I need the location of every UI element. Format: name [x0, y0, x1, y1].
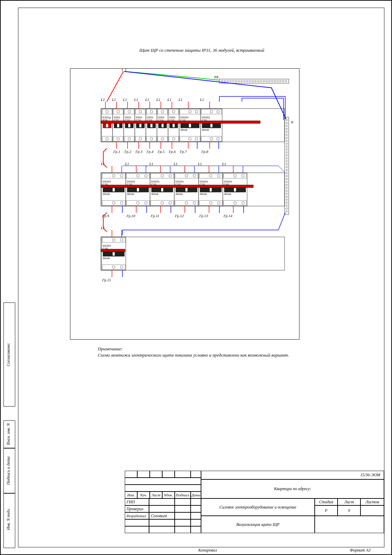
tb-sheet: 9 [338, 505, 360, 516]
side-inv: Инв. N подл. [6, 500, 11, 538]
drawing-sheet: Согласовано: Взам. инв. N Подпись и дата… [0, 0, 392, 555]
footer-fmt: Формат А3 [350, 548, 371, 553]
tb-dev-name: Соловьев [149, 512, 175, 519]
note-body: Схема монтажа электрического щита показа… [98, 352, 289, 358]
note-title: Примечание: [98, 346, 289, 352]
svg-point-21 [277, 80, 279, 82]
svg-text:Гр.2: Гр.2 [124, 150, 131, 154]
svg-point-12 [252, 80, 254, 82]
svg-text:30mA: 30mA [200, 193, 207, 196]
svg-rect-153 [189, 124, 191, 127]
svg-point-47 [286, 181, 288, 183]
svg-text:L1: L1 [198, 162, 202, 166]
svg-text:L1: L1 [167, 97, 172, 102]
svg-point-14 [258, 80, 259, 82]
svg-point-11 [249, 80, 251, 82]
svg-rect-293 [101, 185, 253, 188]
svg-text:L1: L1 [125, 162, 129, 166]
svg-rect-114 [150, 124, 153, 127]
tb-viz: Визуализация щита ЩР [201, 516, 315, 533]
pe-label: PE [214, 75, 219, 79]
svg-rect-183 [101, 121, 260, 123]
svg-point-37 [286, 152, 288, 153]
tb-date: Дата [191, 492, 201, 498]
side-agreed: Согласовано: [6, 334, 11, 375]
svg-point-34 [286, 143, 288, 145]
svg-text:L1: L1 [178, 97, 183, 102]
svg-point-35 [286, 146, 288, 147]
svg-point-38 [286, 155, 288, 156]
svg-point-46 [286, 178, 288, 180]
svg-point-36 [286, 149, 288, 151]
svg-point-10 [246, 80, 248, 82]
svg-point-32 [286, 137, 288, 139]
svg-point-31 [286, 134, 288, 136]
svg-point-17 [266, 80, 268, 82]
svg-point-57 [286, 211, 288, 212]
svg-point-20 [274, 80, 276, 82]
svg-text:30mA: 30mA [180, 128, 188, 131]
svg-rect-243 [185, 188, 188, 191]
footer-copy: Копировал [198, 548, 217, 553]
panel-title: Щит ЩР со степенью защиты IP31, 36 модул… [139, 48, 264, 53]
svg-text:Гр.13: Гр.13 [199, 214, 208, 218]
tb-nuch: Nуч. [137, 492, 150, 498]
svg-text:L1: L1 [149, 162, 154, 166]
svg-rect-207 [137, 188, 139, 191]
svg-rect-313 [101, 249, 125, 252]
svg-rect-225 [161, 188, 163, 191]
svg-text:L1: L1 [173, 162, 178, 166]
svg-text:Гр.12: Гр.12 [175, 214, 184, 218]
svg-text:30mA: 30mA [224, 193, 232, 196]
svg-rect-189 [113, 188, 115, 191]
svg-point-45 [286, 175, 288, 177]
svg-rect-88 [128, 124, 130, 127]
svg-point-27 [286, 122, 288, 124]
svg-point-13 [255, 80, 256, 82]
svg-point-26 [286, 119, 288, 121]
svg-text:L1: L1 [112, 97, 116, 102]
svg-rect-0 [219, 79, 289, 83]
svg-point-24 [285, 80, 287, 82]
electrical-panel: PE N E201g63AL1S201C32L1Гр.1S201C10L1Гр.… [70, 68, 299, 340]
svg-point-28 [286, 125, 288, 127]
svg-point-2 [224, 80, 226, 82]
n-label: N [290, 120, 294, 124]
svg-text:L1: L1 [145, 97, 149, 102]
svg-point-29 [286, 128, 288, 130]
svg-point-51 [286, 193, 288, 195]
svg-rect-127 [162, 124, 164, 127]
svg-text:L1: L1 [101, 97, 105, 102]
tb-izm: Изм. [125, 492, 137, 498]
tb-list: Лист [150, 492, 162, 498]
svg-point-39 [286, 157, 288, 159]
svg-text:Гр.5: Гр.5 [157, 150, 165, 154]
side-sign: Подпись и дата [6, 452, 11, 490]
tb-sheets [360, 505, 384, 516]
svg-text:L1: L1 [222, 162, 226, 166]
svg-point-9 [244, 80, 245, 82]
side-vzam: Взам. инв. N [6, 422, 11, 446]
svg-text:30mA: 30mA [103, 257, 110, 260]
svg-point-3 [227, 80, 229, 82]
svg-point-33 [286, 140, 288, 142]
svg-rect-64 [106, 124, 108, 127]
svg-point-5 [233, 80, 234, 82]
svg-point-8 [241, 80, 243, 82]
svg-point-16 [263, 80, 265, 82]
svg-point-19 [271, 80, 273, 82]
svg-text:30mA: 30mA [127, 193, 134, 196]
svg-text:30mA: 30mA [175, 193, 183, 196]
svg-text:Гр.8: Гр.8 [201, 150, 208, 154]
svg-point-18 [269, 80, 270, 82]
svg-point-48 [286, 184, 288, 186]
svg-point-30 [286, 131, 288, 133]
svg-text:Гр.15: Гр.15 [102, 278, 111, 282]
svg-point-41 [286, 163, 288, 165]
svg-text:30mA: 30mA [202, 128, 209, 131]
svg-text:L1: L1 [123, 97, 127, 102]
svg-text:Гр.7: Гр.7 [180, 150, 187, 154]
svg-point-49 [286, 187, 288, 189]
svg-point-15 [260, 80, 262, 82]
svg-point-50 [286, 190, 288, 192]
